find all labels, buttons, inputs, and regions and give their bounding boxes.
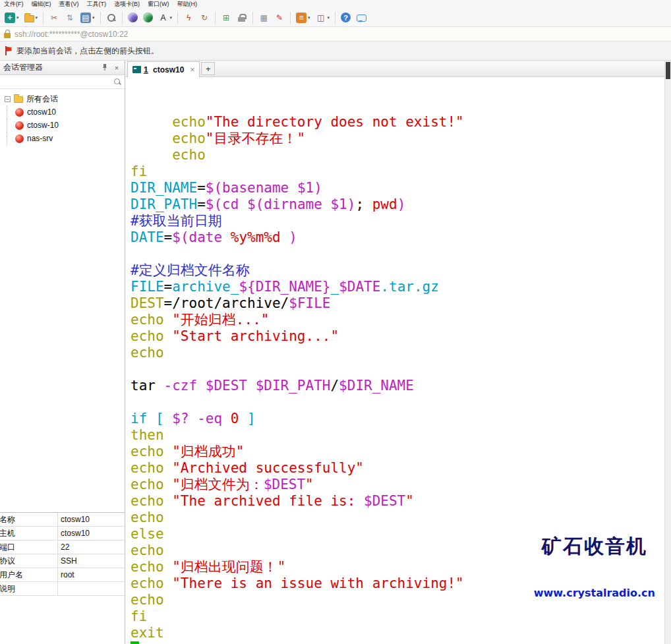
duplicate-session-icon: ✂ [49,13,59,23]
code-segment: =/root/archive/ [164,295,289,311]
property-value [58,582,125,596]
tree-folder-all-sessions[interactable]: −所有会话 [0,92,125,105]
code-segment: archive_ [172,279,239,295]
property-value: SSH [58,554,125,568]
code-segment: ] [239,411,255,426]
code-segment: = [197,180,206,196]
code-segment: .tar.gz [380,279,439,295]
code-segment: ) [281,229,297,245]
session-item-nas-srv[interactable]: nas-srv [11,132,125,145]
code-segment [131,131,172,146]
message-button[interactable] [354,11,368,24]
terminal-scrollbar[interactable] [664,61,671,644]
export-button[interactable]: ▤▾ [78,11,97,24]
code-segment: "There is an issue with archiving!" [172,575,464,591]
layout-icon: ◫ [316,13,326,23]
code-segment: echo [131,592,164,608]
code-segment: "归档出现问题！" [172,559,285,575]
tunnel-button[interactable] [126,11,140,24]
menu-item[interactable]: 窗口(W) [144,0,173,9]
terminal-line: if [ $? -eq 0 ] [131,411,664,427]
code-segment: pwd [372,196,397,212]
session-item-ctosw-10[interactable]: ctosw-10 [11,119,125,132]
code-segment: #获取当前日期 [131,213,222,229]
pin-icon[interactable] [100,63,109,72]
code-segment: "The archived file is: [172,493,364,509]
disconnect-button[interactable]: ϟ [181,11,196,24]
terminal-line: echo "开始归档..." [131,312,664,328]
tree-collapse-icon[interactable]: − [5,96,11,102]
new-file-icon: ≡ [296,13,306,23]
fullscreen-button[interactable]: ⊞ [219,11,233,24]
toolbar-separator [43,12,44,24]
code-segment: tar [131,378,164,394]
font-button[interactable]: A▾ [156,11,175,24]
disconnect-icon: ϟ [183,13,194,23]
transfer-button[interactable]: ⇅ [63,11,77,24]
properties-table: 名称ctosw10主机ctosw10端口22协议SSH用户名root说明 [0,513,125,596]
terminal-line: DIR_NAME=$(basename $1) [131,180,664,196]
terminal[interactable]: echo"The directory does not exist!" echo… [126,77,664,644]
terminal-line: DIR_PATH=$(cd $(dirname $1); pwd) [131,196,664,213]
open-folder-button[interactable]: ▾ [22,12,40,24]
new-file-button[interactable]: ≡▾ [294,11,312,24]
addressbar[interactable]: ssh://root:**********@ctosw10:22 [0,27,671,42]
property-label: 用户名 [0,568,58,582]
tab-close-icon[interactable]: × [190,65,194,74]
code-segment: "Archived successfully" [172,460,364,476]
toolbar-separator [290,12,291,24]
menu-item[interactable]: 工具(T) [83,0,111,9]
session-properties-panel: 名称ctosw10主机ctosw10端口22协议SSH用户名root说明 [0,512,125,644]
session-label: ctosw-10 [27,121,59,130]
code-segment: $(cd $(dirname $1) [206,196,356,212]
property-label: 名称 [0,513,58,527]
menu-item[interactable]: 选项卡(B) [110,0,144,9]
code-segment: $DEST [364,493,405,509]
search-icon[interactable] [113,77,122,86]
code-segment: echo [131,444,172,459]
tree-folder-label: 所有会话 [26,94,58,105]
message-icon [356,13,366,23]
proxy-button[interactable] [141,11,155,24]
session-item-ctosw10[interactable]: ctosw10 [11,105,125,119]
menu-item[interactable]: 查看(V) [55,0,83,9]
new-tab-button[interactable]: + [201,62,215,75]
help-button[interactable]: ? [339,11,353,24]
code-segment: / [330,378,339,394]
find-button[interactable] [104,11,119,24]
duplicate-session-button[interactable]: ✂ [47,11,61,24]
scrollbar-thumb[interactable] [666,62,670,79]
menu-item[interactable]: 帮助(H) [173,0,202,9]
code-segment: = [164,279,173,295]
terminal-line [131,394,664,411]
layout-button[interactable]: ◫▾ [314,11,332,24]
terminal-line: FILE=archive_${DIR_NAME}_$DATE.tar.gz [131,279,664,295]
code-segment: #定义归档文件名称 [131,262,250,278]
code-segment: " [305,477,314,492]
highlight-button[interactable]: ✎ [272,11,287,24]
reconnect-button[interactable]: ↻ [197,11,212,24]
terminal-line: tar -czf $DEST $DIR_PATH/$DIR_NAME [131,378,664,394]
tab-ctosw10[interactable]: 1 ctosw10× [127,61,200,77]
code-segment: $DEST [206,378,256,394]
code-segment: echo [131,493,172,509]
menu-item[interactable]: 文件(F) [0,0,28,9]
close-panel-icon[interactable]: × [112,64,121,72]
fullscreen-icon: ⊞ [221,13,231,23]
code-segment: "The directory does not exist!" [206,114,464,130]
terminal-line: DEST=/root/archive/$FILE [131,295,664,312]
property-value: 22 [58,541,125,554]
code-segment: else [131,526,164,542]
calculator-button[interactable]: ▦ [256,11,271,24]
lock-button[interactable] [235,11,249,24]
session-search-input[interactable] [3,76,113,87]
tab-number: 1 [144,65,148,74]
code-segment [131,114,172,130]
proxy-icon [143,13,153,22]
code-segment: echo [131,345,164,361]
menu-item[interactable]: 编辑(E) [28,0,55,9]
ssl-lock-icon [4,33,11,38]
property-value: ctosw10 [58,527,125,541]
session-label: ctosw10 [27,107,56,117]
new-session-button[interactable]: +▾ [3,11,21,24]
